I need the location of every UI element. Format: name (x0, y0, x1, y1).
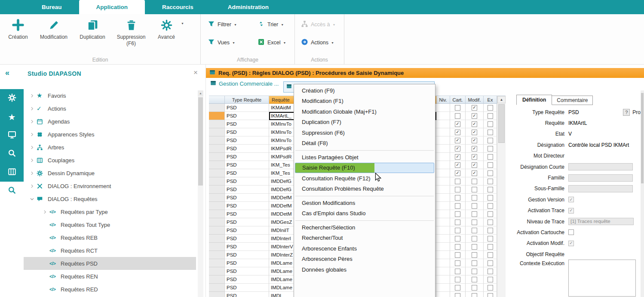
checkbox[interactable] (488, 121, 493, 127)
checkbox[interactable]: ✓ (455, 130, 460, 135)
checkbox[interactable] (455, 211, 460, 217)
row-header[interactable] (209, 275, 225, 284)
ribbon-tab-administration[interactable]: Administration (211, 0, 286, 14)
checkbox[interactable]: ✓ (472, 130, 477, 135)
ribbon-tab-bureau[interactable]: Bureau (25, 0, 79, 14)
row-header[interactable] (209, 202, 225, 210)
row-header[interactable] (209, 169, 225, 177)
sidebar-item-dialog-requetes[interactable]: DIALOG : Requêtes (24, 192, 196, 205)
chevron-right-icon[interactable] (43, 210, 49, 214)
checkbox[interactable] (488, 220, 493, 225)
row-header[interactable] (209, 112, 225, 120)
field-checkbox[interactable] (568, 229, 574, 235)
menu-item-rechercher-tout[interactable]: Rechercher/Tout (294, 233, 435, 244)
window-scrollbar-thumb[interactable] (641, 93, 644, 183)
menu-item-saisie-requete-f10[interactable]: Saisie Requête (F10) (295, 163, 434, 173)
ribbon-button-vues[interactable]: Vues▼ (208, 37, 258, 48)
checkbox[interactable] (488, 260, 493, 266)
checkbox[interactable] (472, 195, 477, 201)
menu-item-consultation-problemes-requete[interactable]: Consultation Problèmes Requête (294, 184, 435, 195)
checkbox[interactable] (455, 277, 460, 282)
checkbox[interactable] (455, 260, 460, 266)
checkbox[interactable] (455, 293, 460, 297)
checkbox[interactable] (488, 236, 493, 241)
sidebar-item-requetes-red[interactable]: </>Requêtes RED (24, 283, 196, 296)
row-header[interactable] (209, 259, 225, 267)
menu-item-rechercher-selection[interactable]: Rechercher/Sélection (294, 222, 435, 233)
chevron-right-icon[interactable] (30, 171, 37, 176)
scroll-up-icon[interactable]: ▲ (198, 90, 203, 96)
checkbox[interactable] (472, 269, 477, 274)
checkbox[interactable] (488, 138, 493, 143)
chevron-right-icon[interactable] (30, 184, 37, 189)
checkbox[interactable] (472, 203, 477, 209)
row-header[interactable] (209, 145, 225, 153)
menu-item-arborescence-enfants[interactable]: Arborescence Enfants (294, 243, 435, 254)
checkbox[interactable] (488, 269, 493, 274)
help-button[interactable]: ? (623, 109, 630, 116)
checkbox[interactable]: ✓ (472, 162, 477, 168)
menu-item-cas-d-emploi-dans-studio[interactable]: Cas d'Emploi dans Studio (294, 208, 435, 219)
checkbox[interactable]: ✓ (472, 105, 477, 111)
rail-item-search[interactable] (0, 145, 24, 163)
checkbox[interactable] (455, 269, 460, 274)
checkbox[interactable]: ✓ (472, 121, 477, 127)
chevron-right-icon[interactable] (30, 145, 37, 150)
ribbon-button-suppression-f6[interactable]: Suppression (F6) (112, 19, 150, 47)
ribbon-tab-raccourcis[interactable]: Raccourcis (145, 0, 211, 14)
row-header[interactable] (209, 243, 225, 251)
sidebar-scrollbar[interactable]: ▲ (198, 90, 203, 297)
ribbon-button-modification[interactable]: Modification (34, 19, 73, 47)
ribbon-button-creation[interactable]: Création (2, 19, 34, 47)
row-header[interactable] (209, 267, 225, 275)
checkbox[interactable] (455, 244, 460, 250)
menu-item-donnees-globales[interactable]: Données globales (294, 264, 435, 275)
row-header[interactable] (209, 235, 225, 243)
row-header[interactable] (209, 104, 225, 112)
menu-item-consultation-requete-f12[interactable]: Consultation Requête (F12) (294, 173, 435, 184)
sidebar-item-apparences-styles[interactable]: Apparences Styles (24, 128, 196, 141)
tab-commentaire[interactable]: Commentaire (552, 96, 593, 105)
checkbox[interactable] (472, 260, 477, 266)
checkbox[interactable]: ✓ (455, 146, 460, 152)
sidebar-item-dessin-dynamique[interactable]: Dessin Dynamique (24, 167, 196, 179)
sidebar-item-actions[interactable]: ✓Actions (24, 102, 196, 115)
menu-item-detail-f8[interactable]: Détail (F8) (294, 138, 435, 149)
row-header[interactable] (209, 186, 225, 194)
column-header-ex[interactable]: Ex (484, 96, 497, 104)
checkbox[interactable] (488, 146, 493, 152)
checkbox[interactable]: ✓ (455, 154, 460, 160)
checkbox[interactable] (455, 179, 460, 184)
checkbox[interactable] (472, 293, 477, 297)
sidebar-item-requetes-reb[interactable]: </>Requêtes REB (24, 231, 196, 244)
checkbox[interactable]: ✓ (472, 138, 477, 143)
row-header[interactable] (209, 120, 225, 128)
column-header-type-requete[interactable]: Type Requête (225, 96, 269, 104)
rail-item-favorites[interactable]: ★ (0, 108, 24, 126)
checkbox[interactable] (488, 179, 493, 184)
row-header[interactable] (209, 177, 225, 186)
table-scrollbar-thumb[interactable] (498, 104, 505, 143)
checkbox[interactable]: ✓ (455, 162, 460, 168)
checkbox[interactable] (455, 228, 460, 233)
checkbox[interactable] (472, 179, 477, 184)
sidebar-item-arbres[interactable]: Arbres (24, 141, 196, 154)
rail-item-screens[interactable] (0, 126, 24, 145)
row-header[interactable] (209, 153, 225, 161)
row-header[interactable] (209, 161, 225, 169)
ribbon-button-filtrer[interactable]: Filtrer▼ (208, 19, 258, 30)
checkbox[interactable] (488, 162, 493, 168)
menu-item-creation-f9[interactable]: Création (F9) (294, 85, 435, 96)
checkbox[interactable] (472, 220, 477, 225)
checkbox[interactable]: ✓ (455, 121, 460, 127)
ribbon-button-duplication[interactable]: Duplication (73, 19, 112, 47)
checkbox[interactable] (488, 293, 493, 297)
field-textarea[interactable] (568, 260, 636, 297)
window-scrollbar[interactable] (641, 90, 644, 297)
checkbox[interactable] (488, 228, 493, 233)
checkbox[interactable] (455, 113, 460, 119)
chevron-down-icon[interactable] (30, 197, 37, 201)
checkbox[interactable] (488, 130, 493, 135)
rail-item-settings[interactable] (0, 89, 24, 108)
checkbox[interactable]: ✓ (455, 138, 460, 143)
